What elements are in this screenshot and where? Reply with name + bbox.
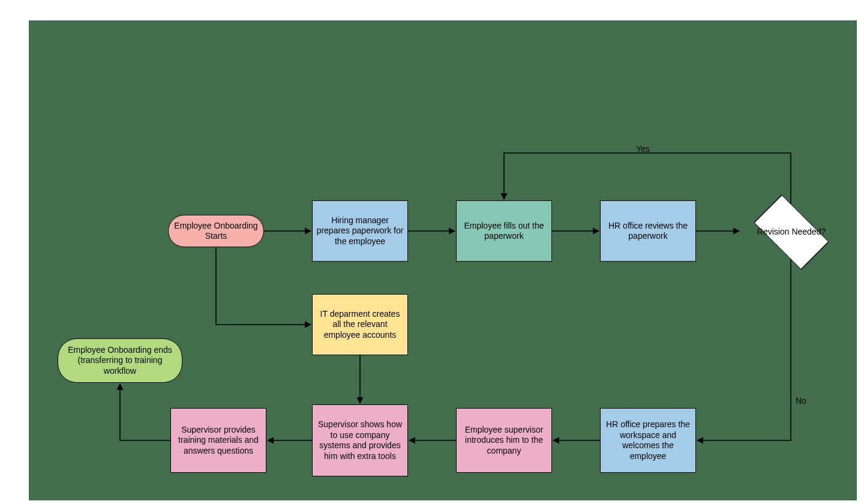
process-supervisor-trains: Supervisor provides training materials a…: [170, 408, 266, 473]
decision-revision-needed: Revision Needed?: [740, 204, 842, 259]
edge-label-no: No: [796, 396, 806, 406]
process-it-accounts: IT deparment creates all the relevant em…: [312, 294, 408, 355]
process-hr-prepares: HR office prepares the workspace and wel…: [600, 408, 696, 473]
diagram-background: [29, 20, 857, 500]
process-hiring-manager: Hiring manager prepares paperwork for th…: [312, 200, 408, 262]
process-supervisor-shows: Supervisor shows how to use company syst…: [312, 404, 408, 476]
process-hr-review: HR office reviews the paperwork: [600, 200, 696, 262]
end-terminator: Employee Onboarding ends (transferring t…: [58, 338, 182, 383]
decision-label: Revision Needed?: [740, 204, 842, 259]
diagram-canvas: Employee Onboarding Starts Hiring manage…: [0, 0, 864, 504]
process-employee-fills: Employee fills out the paperwork: [456, 200, 552, 262]
start-terminator: Employee Onboarding Starts: [168, 215, 264, 247]
edge-label-yes: Yes: [636, 144, 650, 154]
process-supervisor-intro: Employee supervisor introduces him to th…: [456, 408, 552, 473]
